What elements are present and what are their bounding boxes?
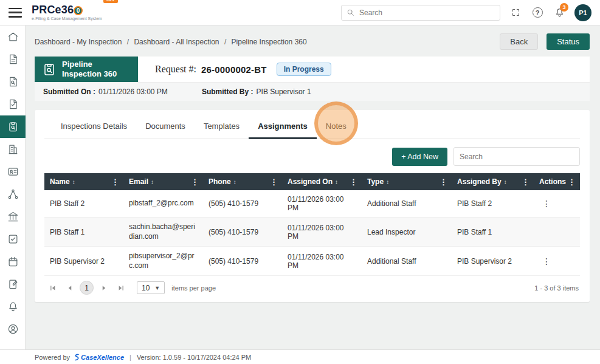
column-header-assigned-on[interactable]: Assigned On↕⋮ [282, 173, 362, 190]
column-menu-icon[interactable]: ⋮ [440, 177, 447, 187]
back-button[interactable]: Back [500, 33, 538, 50]
clipboard-search-icon [7, 121, 19, 132]
last-page-icon[interactable] [114, 281, 128, 295]
sidebar-item-alerts[interactable] [0, 295, 26, 318]
status-badge: In Progress [277, 63, 331, 76]
sidebar-item-checklist[interactable] [0, 228, 26, 250]
clipboard-search-icon [42, 62, 57, 77]
request-label: Request #: [155, 64, 196, 75]
notifications-bell-icon[interactable]: 3 [553, 6, 566, 19]
column-menu-icon[interactable]: ⋮ [568, 177, 576, 187]
column-label: Name [50, 177, 70, 186]
cell-type: Lead Inspector [362, 218, 452, 247]
tab-notes[interactable]: Notes [317, 114, 356, 139]
logo-globe-icon: 0 [74, 6, 83, 15]
tab-inspections-details[interactable]: Inspections Details [52, 114, 136, 139]
sidebar-item-building[interactable] [0, 138, 26, 160]
tab-bar: Inspections Details Documents Templates … [44, 110, 580, 139]
column-header-assigned-by[interactable]: Assigned By↕⋮ [452, 173, 534, 190]
column-menu-icon[interactable]: ⋮ [350, 177, 357, 187]
sidebar-item-documents[interactable] [0, 48, 26, 70]
logo-tagline: e-Filing & Case Management System [32, 16, 102, 21]
breadcrumb-current: Pipeline Inspection 360 [232, 38, 307, 46]
footer: Powered by CaseXellence | Version: 1.0.5… [0, 349, 600, 364]
column-label: Email [129, 177, 148, 186]
row-actions-menu-icon[interactable]: ⋮ [539, 256, 554, 266]
column-menu-icon[interactable]: ⋮ [270, 177, 278, 187]
sidebar-item-file-certificate[interactable] [0, 93, 26, 115]
column-header-phone[interactable]: Phone↕⋮ [203, 173, 282, 190]
version-label: Version: 1.0.59 - 10/17/2024 04:24 PM [137, 354, 251, 361]
sort-icon[interactable]: ↕ [72, 179, 75, 185]
sort-icon[interactable]: ↕ [151, 179, 154, 185]
tab-notes-label: Notes [326, 122, 347, 131]
submitted-by-value: PIB Supervisor 1 [257, 88, 311, 96]
sidebar-item-workflow[interactable] [0, 183, 26, 205]
cell-actions: ⋮ [534, 190, 580, 218]
row-actions-menu-icon[interactable]: ⋮ [539, 199, 554, 208]
sidebar-item-profile[interactable] [0, 318, 26, 340]
global-search-input[interactable] [358, 8, 495, 18]
sidebar-item-calendar[interactable] [0, 250, 26, 273]
sort-icon[interactable]: ↕ [504, 179, 507, 185]
help-glyph: ? [533, 7, 543, 18]
sidebar-item-inspections[interactable] [0, 115, 26, 138]
module-title-box: Pipeline Inspection 360 [35, 57, 138, 82]
column-menu-icon[interactable]: ⋮ [522, 177, 529, 187]
note-edit-icon [7, 278, 19, 290]
tab-templates[interactable]: Templates [195, 114, 249, 139]
fullscreen-icon[interactable] [509, 6, 522, 19]
request-number: 26-0000002-BT [201, 64, 267, 75]
tab-documents[interactable]: Documents [136, 114, 195, 139]
page-size-select[interactable]: 10 ▼ [137, 281, 165, 294]
current-page-button[interactable]: 1 [80, 281, 94, 295]
sidebar-item-id-card[interactable] [0, 160, 26, 183]
details-card: Inspections Details Documents Templates … [35, 110, 590, 302]
sort-icon[interactable]: ↕ [335, 179, 338, 185]
assignments-table: Name↕⋮ Email↕⋮ Phone↕⋮ Assigned On↕⋮ Typ… [44, 173, 580, 276]
cell-name: PIB Staff 1 [44, 218, 123, 247]
add-new-button[interactable]: + Add New [392, 148, 447, 166]
items-range-label: 1 - 3 of 3 items [534, 284, 579, 292]
sidebar-item-bank[interactable] [0, 205, 26, 228]
column-header-type[interactable]: Type↕⋮ [362, 173, 452, 190]
next-page-icon[interactable] [97, 281, 111, 295]
sort-icon[interactable]: ↕ [386, 179, 389, 185]
previous-page-icon[interactable] [63, 281, 77, 295]
first-page-icon[interactable] [46, 281, 60, 295]
sidebar-item-home[interactable] [0, 26, 26, 48]
breadcrumb-all-inspection[interactable]: Dashboard - All Inspection [134, 38, 219, 46]
status-button[interactable]: Status [547, 33, 590, 50]
cell-name: PIB Staff 2 [44, 190, 123, 218]
home-icon [7, 31, 19, 43]
column-header-name[interactable]: Name↕⋮ [44, 173, 123, 190]
sidebar-item-file-search[interactable] [0, 70, 26, 93]
breadcrumb: Dashboard - My Inspection / Dashboard - … [35, 38, 307, 46]
column-label: Type [367, 177, 384, 186]
column-menu-icon[interactable]: ⋮ [111, 177, 119, 187]
tab-assignments[interactable]: Assignments [249, 114, 317, 139]
main-content: Dashboard - My Inspection / Dashboard - … [26, 26, 600, 349]
column-menu-icon[interactable]: ⋮ [191, 177, 199, 187]
items-per-page-label: items per page [171, 284, 216, 292]
submitted-on: Submitted On :01/11/2026 03:00 PM [43, 88, 168, 96]
app-logo[interactable]: SIT PRCe360 e-Filing & Case Management S… [32, 4, 102, 21]
cell-assigned-by: PIB Supervisor 2 [452, 247, 534, 276]
help-icon[interactable]: ? [531, 6, 544, 19]
file-search-icon [7, 76, 19, 88]
sort-icon[interactable]: ↕ [233, 179, 236, 185]
record-header: Pipeline Inspection 360 Request #: 26-00… [35, 57, 590, 82]
file-certificate-icon [7, 98, 19, 110]
brand-link[interactable]: CaseXellence [74, 354, 124, 361]
grid-toolbar: + Add New [44, 139, 580, 173]
cell-type: Additional Staff [362, 247, 452, 276]
user-circle-icon [7, 323, 19, 335]
grid-search-input[interactable] [453, 147, 580, 166]
breadcrumb-my-inspection[interactable]: Dashboard - My Inspection [35, 38, 122, 46]
sidebar-item-notes[interactable] [0, 273, 26, 295]
column-header-email[interactable]: Email↕⋮ [123, 173, 203, 190]
menu-toggle-icon[interactable] [9, 8, 22, 18]
document-icon [7, 53, 19, 65]
user-avatar[interactable]: P1 [574, 4, 591, 21]
cell-phone: (505) 410-1579 [203, 190, 282, 218]
